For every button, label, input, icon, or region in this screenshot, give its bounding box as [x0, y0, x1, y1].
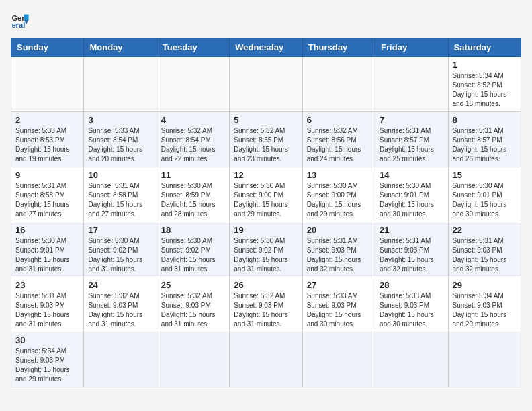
day-header-thursday: Thursday: [302, 38, 375, 57]
day-number: 4: [161, 115, 225, 125]
calendar-week-2: 2Sunrise: 5:33 AM Sunset: 8:53 PM Daylig…: [11, 112, 521, 167]
day-info: Sunrise: 5:34 AM Sunset: 8:52 PM Dayligh…: [453, 71, 517, 109]
day-info: Sunrise: 5:34 AM Sunset: 9:03 PM Dayligh…: [453, 291, 517, 329]
calendar-cell: 15Sunrise: 5:30 AM Sunset: 9:01 PM Dayli…: [448, 167, 521, 222]
calendar-cell: 19Sunrise: 5:30 AM Sunset: 9:02 PM Dayli…: [230, 222, 302, 277]
calendar-header-row: SundayMondayTuesdayWednesdayThursdayFrid…: [11, 38, 521, 57]
day-info: Sunrise: 5:31 AM Sunset: 9:03 PM Dayligh…: [307, 236, 371, 274]
day-info: Sunrise: 5:30 AM Sunset: 9:01 PM Dayligh…: [15, 236, 79, 274]
day-header-sunday: Sunday: [11, 38, 84, 57]
calendar-cell: 30Sunrise: 5:34 AM Sunset: 9:03 PM Dayli…: [11, 332, 84, 387]
calendar-cell: [302, 57, 375, 112]
calendar-week-6: 30Sunrise: 5:34 AM Sunset: 9:03 PM Dayli…: [11, 332, 521, 387]
day-info: Sunrise: 5:34 AM Sunset: 9:03 PM Dayligh…: [15, 347, 79, 384]
day-info: Sunrise: 5:30 AM Sunset: 9:01 PM Dayligh…: [380, 181, 443, 219]
day-number: 16: [15, 225, 79, 235]
calendar-cell: [157, 332, 229, 387]
day-number: 10: [88, 170, 152, 180]
calendar-cell: [84, 57, 157, 112]
day-info: Sunrise: 5:31 AM Sunset: 9:03 PM Dayligh…: [380, 236, 443, 274]
calendar-cell: [375, 57, 448, 112]
day-info: Sunrise: 5:33 AM Sunset: 9:03 PM Dayligh…: [380, 291, 443, 329]
calendar-cell: 28Sunrise: 5:33 AM Sunset: 9:03 PM Dayli…: [375, 277, 448, 332]
day-number: 8: [453, 115, 517, 125]
calendar-cell: 23Sunrise: 5:31 AM Sunset: 9:03 PM Dayli…: [11, 277, 84, 332]
calendar-cell: 9Sunrise: 5:31 AM Sunset: 8:58 PM Daylig…: [11, 167, 84, 222]
calendar-cell: 17Sunrise: 5:30 AM Sunset: 9:02 PM Dayli…: [84, 222, 157, 277]
calendar-cell: 18Sunrise: 5:30 AM Sunset: 9:02 PM Dayli…: [157, 222, 229, 277]
calendar-cell: 5Sunrise: 5:32 AM Sunset: 8:55 PM Daylig…: [230, 112, 302, 167]
day-number: 21: [380, 225, 443, 235]
day-info: Sunrise: 5:32 AM Sunset: 9:03 PM Dayligh…: [234, 291, 298, 329]
day-info: Sunrise: 5:30 AM Sunset: 9:00 PM Dayligh…: [307, 181, 371, 219]
calendar-cell: [302, 332, 375, 387]
calendar-cell: [230, 332, 302, 387]
day-number: 20: [307, 225, 371, 235]
calendar-cell: [11, 57, 84, 112]
day-number: 7: [380, 115, 443, 125]
day-number: 22: [453, 225, 517, 235]
calendar-cell: 2Sunrise: 5:33 AM Sunset: 8:53 PM Daylig…: [11, 112, 84, 167]
day-number: 5: [234, 115, 298, 125]
day-info: Sunrise: 5:33 AM Sunset: 8:53 PM Dayligh…: [15, 126, 79, 164]
calendar-cell: [230, 57, 302, 112]
calendar-cell: 8Sunrise: 5:31 AM Sunset: 8:57 PM Daylig…: [448, 112, 521, 167]
svg-text:eral: eral: [11, 21, 25, 29]
day-number: 17: [88, 225, 152, 235]
svg-marker-2: [24, 15, 29, 20]
calendar-cell: 24Sunrise: 5:32 AM Sunset: 9:03 PM Dayli…: [84, 277, 157, 332]
day-number: 11: [161, 170, 225, 180]
calendar-week-3: 9Sunrise: 5:31 AM Sunset: 8:58 PM Daylig…: [11, 167, 521, 222]
calendar-cell: 12Sunrise: 5:30 AM Sunset: 9:00 PM Dayli…: [230, 167, 302, 222]
day-info: Sunrise: 5:30 AM Sunset: 9:00 PM Dayligh…: [234, 181, 298, 219]
day-info: Sunrise: 5:31 AM Sunset: 8:57 PM Dayligh…: [380, 126, 443, 164]
calendar-cell: 26Sunrise: 5:32 AM Sunset: 9:03 PM Dayli…: [230, 277, 302, 332]
day-info: Sunrise: 5:33 AM Sunset: 8:54 PM Dayligh…: [88, 126, 152, 164]
calendar-cell: 16Sunrise: 5:30 AM Sunset: 9:01 PM Dayli…: [11, 222, 84, 277]
day-info: Sunrise: 5:32 AM Sunset: 8:55 PM Dayligh…: [234, 126, 298, 164]
day-header-friday: Friday: [375, 38, 448, 57]
day-header-monday: Monday: [84, 38, 157, 57]
day-number: 30: [15, 335, 79, 345]
calendar-cell: 3Sunrise: 5:33 AM Sunset: 8:54 PM Daylig…: [84, 112, 157, 167]
day-number: 23: [15, 280, 79, 290]
day-info: Sunrise: 5:31 AM Sunset: 9:03 PM Dayligh…: [453, 236, 517, 274]
day-info: Sunrise: 5:30 AM Sunset: 9:01 PM Dayligh…: [453, 181, 517, 219]
day-info: Sunrise: 5:31 AM Sunset: 8:58 PM Dayligh…: [88, 181, 152, 219]
day-header-tuesday: Tuesday: [157, 38, 229, 57]
day-info: Sunrise: 5:31 AM Sunset: 8:58 PM Dayligh…: [15, 181, 79, 219]
day-info: Sunrise: 5:32 AM Sunset: 8:54 PM Dayligh…: [161, 126, 225, 164]
day-info: Sunrise: 5:33 AM Sunset: 9:03 PM Dayligh…: [307, 291, 371, 329]
calendar-cell: 22Sunrise: 5:31 AM Sunset: 9:03 PM Dayli…: [448, 222, 521, 277]
calendar-cell: 25Sunrise: 5:32 AM Sunset: 9:03 PM Dayli…: [157, 277, 229, 332]
calendar-cell: 21Sunrise: 5:31 AM Sunset: 9:03 PM Dayli…: [375, 222, 448, 277]
day-number: 29: [453, 280, 517, 290]
calendar-week-5: 23Sunrise: 5:31 AM Sunset: 9:03 PM Dayli…: [11, 277, 521, 332]
calendar: SundayMondayTuesdayWednesdayThursdayFrid…: [11, 38, 521, 387]
day-number: 25: [161, 280, 225, 290]
calendar-week-4: 16Sunrise: 5:30 AM Sunset: 9:01 PM Dayli…: [11, 222, 521, 277]
calendar-cell: 7Sunrise: 5:31 AM Sunset: 8:57 PM Daylig…: [375, 112, 448, 167]
calendar-cell: 20Sunrise: 5:31 AM Sunset: 9:03 PM Dayli…: [302, 222, 375, 277]
day-info: Sunrise: 5:30 AM Sunset: 9:02 PM Dayligh…: [88, 236, 152, 274]
calendar-cell: 11Sunrise: 5:30 AM Sunset: 8:59 PM Dayli…: [157, 167, 229, 222]
day-number: 24: [88, 280, 152, 290]
day-info: Sunrise: 5:30 AM Sunset: 8:59 PM Dayligh…: [161, 181, 225, 219]
day-number: 27: [307, 280, 371, 290]
logo-icon: Gen eral: [11, 11, 30, 30]
day-header-wednesday: Wednesday: [230, 38, 302, 57]
calendar-cell: [375, 332, 448, 387]
calendar-cell: [448, 332, 521, 387]
calendar-cell: 1Sunrise: 5:34 AM Sunset: 8:52 PM Daylig…: [448, 57, 521, 112]
day-number: 9: [15, 170, 79, 180]
calendar-cell: 13Sunrise: 5:30 AM Sunset: 9:00 PM Dayli…: [302, 167, 375, 222]
header: Gen eral: [11, 11, 521, 30]
day-number: 19: [234, 225, 298, 235]
day-info: Sunrise: 5:31 AM Sunset: 9:03 PM Dayligh…: [15, 291, 79, 329]
day-info: Sunrise: 5:32 AM Sunset: 9:03 PM Dayligh…: [161, 291, 225, 329]
calendar-cell: [157, 57, 229, 112]
calendar-cell: 4Sunrise: 5:32 AM Sunset: 8:54 PM Daylig…: [157, 112, 229, 167]
calendar-cell: 14Sunrise: 5:30 AM Sunset: 9:01 PM Dayli…: [375, 167, 448, 222]
day-number: 6: [307, 115, 371, 125]
day-number: 14: [380, 170, 443, 180]
